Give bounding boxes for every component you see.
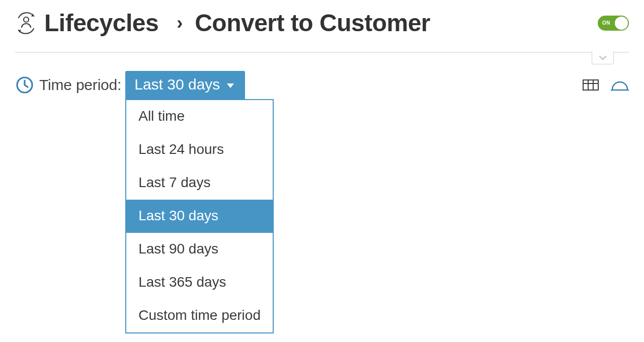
status-toggle-label: ON: [602, 20, 610, 26]
table-view-icon[interactable]: [583, 79, 599, 91]
controls-row: Time period: Last 30 days All time Last …: [15, 71, 629, 99]
clock-icon: [15, 75, 34, 95]
time-period-option-30d[interactable]: Last 30 days: [126, 200, 273, 233]
time-period-option-custom[interactable]: Custom time period: [126, 299, 273, 332]
header-divider: [15, 52, 629, 53]
breadcrumb-separator: ›: [177, 13, 183, 34]
time-period-option-24h[interactable]: Last 24 hours: [126, 133, 273, 166]
time-period-option-7d[interactable]: Last 7 days: [126, 166, 273, 200]
view-switcher: [583, 79, 629, 91]
lifecycles-icon: [15, 12, 37, 34]
breadcrumb-current: Convert to Customer: [195, 9, 430, 37]
breadcrumb: Lifecycles › Convert to Customer: [15, 9, 591, 37]
time-period-option-90d[interactable]: Last 90 days: [126, 233, 273, 266]
gauge-view-icon[interactable]: [611, 79, 629, 91]
svg-point-0: [24, 17, 29, 22]
page-header: Lifecycles › Convert to Customer ON: [15, 9, 629, 37]
time-period-trigger[interactable]: Last 30 days: [125, 71, 245, 99]
time-period-dropdown: Last 30 days All time Last 24 hours Last…: [125, 71, 245, 99]
status-toggle-knob: [615, 17, 628, 30]
expand-tab[interactable]: [592, 51, 614, 64]
svg-rect-2: [583, 80, 598, 90]
time-period-option-365d[interactable]: Last 365 days: [126, 266, 273, 299]
time-period-menu: All time Last 24 hours Last 7 days Last …: [125, 99, 274, 333]
chevron-down-icon: [599, 55, 607, 60]
time-period-selected: Last 30 days: [134, 76, 220, 93]
page: Lifecycles › Convert to Customer ON Time…: [0, 0, 644, 99]
caret-down-icon: [227, 83, 234, 88]
breadcrumb-lifecycles[interactable]: Lifecycles: [44, 9, 158, 37]
time-period-option-all-time[interactable]: All time: [126, 100, 273, 133]
time-period-label: Time period:: [39, 76, 121, 94]
status-toggle[interactable]: ON: [598, 16, 629, 31]
